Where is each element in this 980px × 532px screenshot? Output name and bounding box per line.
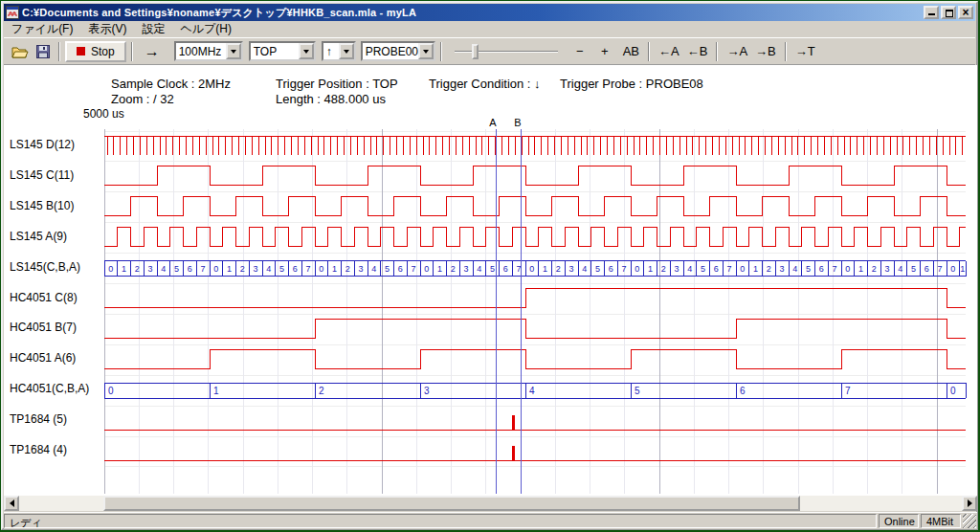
- channel-label: HC4051 A(6): [10, 351, 76, 365]
- zoom-info: Zoom : / 32: [111, 92, 174, 106]
- svg-text:6: 6: [819, 264, 824, 274]
- trigger-probe-info: Trigger Probe : PROBE08: [560, 77, 703, 91]
- svg-text:6: 6: [503, 264, 508, 274]
- svg-text:3: 3: [148, 264, 153, 274]
- probe-combobox[interactable]: PROBE00: [361, 41, 435, 61]
- menu-file[interactable]: ファイル(F): [4, 19, 80, 39]
- close-button[interactable]: ×: [958, 6, 973, 19]
- scrollbar-track[interactable]: [19, 496, 962, 511]
- app-icon: [6, 6, 19, 19]
- status-message: レディ: [4, 514, 877, 528]
- svg-text:7: 7: [306, 264, 311, 274]
- window-title: C:¥Documents and Settings¥noname¥デスクトップ¥…: [22, 6, 921, 20]
- sample-clock-info: Sample Clock : 2MHz: [111, 77, 231, 91]
- status-bar: レディ Online 4MBit: [4, 512, 977, 529]
- chevron-down-icon[interactable]: [418, 43, 434, 59]
- menu-help[interactable]: ヘルプ(H): [172, 19, 239, 39]
- svg-text:2: 2: [661, 264, 666, 274]
- svg-text:B: B: [514, 117, 521, 128]
- channel-label: LS145 D(12): [10, 138, 75, 151]
- trigger-position-info: Trigger Position : TOP: [276, 77, 398, 91]
- toolbar-separator: [785, 42, 787, 61]
- svg-text:7: 7: [201, 264, 206, 274]
- svg-text:3: 3: [675, 264, 679, 274]
- svg-text:2: 2: [135, 264, 140, 274]
- svg-text:0: 0: [845, 264, 850, 274]
- open-folder-icon: [11, 45, 29, 58]
- chevron-down-icon[interactable]: [299, 43, 314, 59]
- slider-handle[interactable]: [472, 44, 479, 59]
- length-info: Length : 488.000 us: [276, 92, 386, 106]
- svg-text:1: 1: [753, 264, 758, 274]
- zoom-slider[interactable]: [453, 42, 560, 61]
- svg-text:7: 7: [833, 264, 837, 274]
- scroll-right-button[interactable]: [962, 496, 977, 511]
- svg-text:1: 1: [648, 264, 653, 274]
- menu-view[interactable]: 表示(V): [80, 19, 134, 39]
- channel-label: HC4051 C(8): [10, 291, 78, 304]
- svg-text:1: 1: [543, 264, 547, 274]
- svg-text:6: 6: [188, 264, 192, 274]
- svg-text:4: 4: [898, 264, 902, 274]
- svg-text:5: 5: [635, 386, 640, 396]
- goto-marker-a-button[interactable]: ←A: [655, 41, 683, 62]
- svg-text:5: 5: [279, 264, 284, 274]
- maximize-icon: [946, 10, 953, 17]
- svg-text:7: 7: [938, 264, 943, 274]
- svg-text:4: 4: [792, 264, 797, 274]
- svg-text:4: 4: [161, 264, 166, 274]
- svg-text:0: 0: [950, 264, 955, 274]
- channel-label: TP1684 (4): [10, 443, 67, 456]
- svg-text:4: 4: [529, 386, 535, 396]
- trigger-edge-value: ↑: [323, 43, 339, 59]
- chevron-down-icon[interactable]: [226, 43, 241, 59]
- scroll-left-button[interactable]: [4, 496, 19, 511]
- svg-text:6: 6: [924, 264, 929, 274]
- run-button[interactable]: →: [138, 41, 167, 62]
- waveform-canvas[interactable]: 0123456701234567012345670123456701234567…: [4, 117, 977, 496]
- svg-text:5: 5: [385, 264, 390, 274]
- open-file-button[interactable]: [8, 41, 33, 62]
- toolbar-separator: [716, 42, 718, 61]
- minimize-button[interactable]: [924, 6, 939, 19]
- svg-text:5: 5: [701, 264, 705, 274]
- toolbar-separator: [131, 42, 133, 61]
- trigger-edge-combobox[interactable]: ↑: [322, 41, 356, 61]
- svg-text:A: A: [489, 117, 497, 128]
- svg-text:2: 2: [345, 264, 350, 274]
- svg-text:5: 5: [174, 264, 179, 274]
- svg-text:4: 4: [582, 264, 587, 274]
- toolbar-separator: [648, 42, 650, 61]
- channel-label: TP1684 (5): [10, 412, 67, 426]
- horizontal-scrollbar[interactable]: [4, 496, 977, 511]
- svg-text:1: 1: [437, 264, 442, 274]
- arrow-right-icon: [968, 499, 976, 507]
- forward-marker-b-button[interactable]: →B: [751, 41, 780, 62]
- svg-text:4: 4: [687, 264, 692, 274]
- svg-text:4: 4: [477, 264, 481, 274]
- toolbar-separator: [440, 42, 442, 61]
- svg-text:5: 5: [911, 264, 916, 274]
- save-button[interactable]: [33, 41, 54, 62]
- maximize-button[interactable]: [941, 6, 956, 19]
- svg-text:1: 1: [332, 264, 337, 274]
- svg-text:0: 0: [529, 264, 534, 274]
- channel-label: HC4051 B(7): [10, 321, 77, 334]
- menu-settings[interactable]: 設定: [134, 19, 172, 39]
- trigger-position-combobox[interactable]: TOP: [249, 41, 316, 61]
- zoom-in-button[interactable]: +: [594, 41, 615, 62]
- sample-clock-combobox[interactable]: 100MHz: [174, 41, 243, 61]
- goto-marker-b-button[interactable]: ←B: [683, 41, 712, 62]
- probe-value: PROBE00: [363, 43, 418, 59]
- resize-grip[interactable]: [963, 514, 976, 528]
- stop-button[interactable]: Stop: [65, 41, 126, 62]
- svg-text:3: 3: [780, 264, 785, 274]
- forward-marker-a-button[interactable]: →A: [723, 41, 751, 62]
- goto-trigger-button[interactable]: →T: [791, 41, 819, 62]
- svg-text:6: 6: [609, 264, 613, 274]
- svg-text:7: 7: [845, 386, 851, 396]
- scrollbar-thumb[interactable]: [103, 496, 800, 511]
- zoom-out-button[interactable]: −: [569, 41, 590, 62]
- chevron-down-icon[interactable]: [339, 43, 354, 59]
- ab-button[interactable]: AB: [619, 41, 643, 62]
